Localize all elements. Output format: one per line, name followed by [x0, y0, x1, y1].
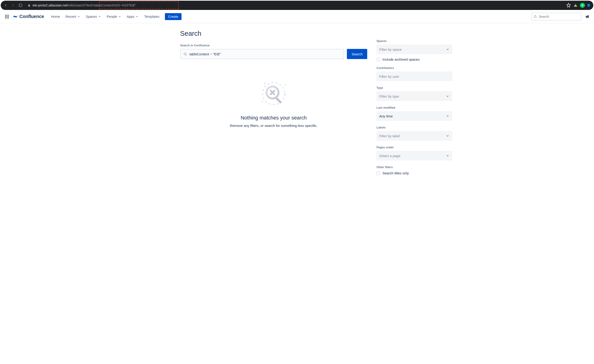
filters-sidebar: Spaces Filter by space Include archived …: [377, 30, 452, 180]
empty-state-title: Nothing matches your search: [180, 115, 367, 121]
product-name: Confluence: [19, 14, 44, 19]
titles-only-checkbox-row[interactable]: Search titles only: [377, 171, 452, 175]
megaphone-icon: [585, 14, 590, 19]
nav-apps[interactable]: Apps: [124, 13, 141, 20]
checkbox-icon: [377, 58, 380, 61]
header-search[interactable]: [531, 13, 581, 20]
svg-rect-4: [276, 97, 282, 104]
filter-contributors-input[interactable]: [377, 72, 452, 81]
search-icon: [183, 52, 187, 56]
checkbox-icon: [377, 171, 380, 175]
nav-home[interactable]: Home: [49, 13, 62, 20]
nav-spaces[interactable]: Spaces: [84, 13, 103, 20]
product-logo[interactable]: Confluence: [13, 14, 44, 19]
browser-back-button[interactable]: [3, 2, 9, 8]
extension-drive-icon[interactable]: [573, 3, 578, 8]
search-icon: [533, 15, 537, 19]
browser-address-bar[interactable]: eie-proto2.atlassian.net/wiki/search?tex…: [25, 2, 565, 9]
chevron-down-icon: [135, 15, 139, 18]
nav-recent[interactable]: Recent: [63, 13, 83, 20]
main-search-input[interactable]: [189, 52, 341, 56]
chevron-down-icon: [446, 114, 449, 118]
filter-contributors-label: Contributors: [377, 66, 452, 70]
chevron-down-icon: [446, 94, 449, 98]
filter-last-modified-label: Last modified: [377, 106, 452, 109]
browser-url: eie-proto2.atlassian.net/wiki/search?tex…: [33, 3, 136, 7]
svg-point-0: [534, 15, 536, 18]
filter-last-modified-select[interactable]: Any time: [377, 111, 452, 121]
header-search-input[interactable]: [539, 15, 579, 19]
url-host: eie-proto2.atlassian.net: [33, 3, 68, 7]
chevron-down-icon: [77, 15, 80, 18]
chevron-down-icon: [446, 47, 449, 51]
titles-only-label: Search titles only: [382, 171, 409, 175]
bookmark-star-icon[interactable]: [566, 3, 571, 8]
nav-people[interactable]: People: [104, 13, 124, 20]
include-archived-checkbox-row[interactable]: Include archived spaces: [377, 58, 452, 61]
extension-shield-icon[interactable]: [587, 3, 591, 8]
empty-state: ? ? ? ? Nothing matches your search Remo…: [180, 80, 367, 128]
svg-point-1: [184, 53, 186, 55]
app-switcher-button[interactable]: [3, 13, 11, 20]
url-path: /wiki/search?text=tableContent%20~%20"EI…: [68, 3, 136, 7]
chevron-down-icon: [98, 15, 101, 18]
filter-pages-under-label: Pages under: [377, 146, 452, 149]
svg-text:?: ?: [284, 84, 287, 87]
browser-reload-button[interactable]: [17, 2, 24, 8]
extension-grammarly-icon[interactable]: G: [580, 3, 585, 8]
filter-spaces-select[interactable]: Filter by space: [377, 45, 452, 54]
chevron-down-icon: [446, 154, 449, 157]
chevron-down-icon: [446, 134, 449, 138]
nav-templates[interactable]: Templates: [142, 13, 162, 20]
search-field-label: Search in Confluence: [180, 44, 367, 47]
filter-labels-label: Labels: [377, 126, 452, 129]
app-switcher-icon: [5, 15, 9, 19]
include-archived-label: Include archived spaces: [382, 58, 420, 61]
confluence-logo-icon: [13, 14, 18, 19]
empty-state-illustration: ? ? ? ?: [259, 80, 289, 110]
main-search-field[interactable]: [180, 49, 344, 59]
search-button[interactable]: Search: [347, 49, 367, 59]
filter-pages-under-select[interactable]: Select a page: [377, 151, 452, 161]
lock-icon: [27, 4, 31, 7]
filter-labels-select[interactable]: Filter by label: [377, 131, 452, 141]
filter-spaces-label: Spaces: [377, 39, 452, 43]
create-button[interactable]: Create: [165, 13, 182, 20]
page-title: Search: [180, 30, 367, 37]
notifications-button[interactable]: [584, 13, 591, 20]
filter-type-label: Type: [377, 86, 452, 90]
empty-state-subtitle: Remove any filters, or search for someth…: [180, 124, 367, 128]
browser-toolbar: eie-proto2.atlassian.net/wiki/search?tex…: [1, 1, 593, 10]
chevron-down-icon: [118, 15, 121, 18]
svg-text:?: ?: [284, 93, 286, 97]
filter-type-select[interactable]: Filter by type: [377, 91, 452, 101]
app-header: Confluence Home Recent Spaces People App…: [0, 10, 594, 23]
svg-text:?: ?: [261, 100, 263, 104]
filter-other-label: Other filters: [377, 166, 452, 169]
svg-text:?: ?: [263, 82, 266, 86]
browser-forward-button[interactable]: [10, 2, 16, 8]
